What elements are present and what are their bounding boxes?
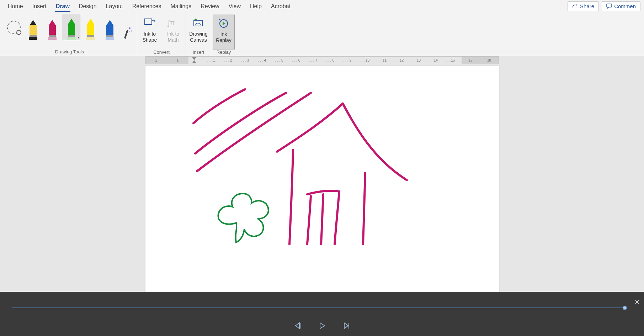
tab-design[interactable]: Design: [75, 1, 101, 11]
tab-draw[interactable]: Draw: [52, 1, 74, 11]
ruler-tick: 12: [393, 58, 410, 62]
ruler-tick: 15: [445, 58, 462, 62]
replay-play-button[interactable]: [318, 322, 326, 330]
ink-to-shape-button[interactable]: Ink to Shape: [139, 15, 161, 49]
svg-point-2: [131, 31, 132, 32]
tab-view[interactable]: View: [224, 1, 245, 11]
ruler-tick: 1: [206, 58, 223, 62]
lasso-icon: [7, 21, 21, 34]
ruler-tick: 7: [308, 58, 325, 62]
drawing-canvas-icon: [192, 17, 204, 29]
play-icon: [318, 322, 326, 330]
pen-tip-icon: [49, 20, 55, 25]
ink-replay-button[interactable]: Ink Replay: [213, 15, 235, 49]
ruler-tick: 17: [469, 58, 473, 62]
ink-replay-bar: ✕: [0, 292, 644, 336]
svg-marker-10: [223, 22, 225, 25]
comment-icon: [606, 3, 612, 9]
horizontal-ruler[interactable]: 2 1 1 2 3 4 5 6 7 8 9 10 11 12 13 14 15 …: [145, 56, 499, 64]
ruler-tick: 14: [427, 58, 445, 62]
ink-replay-icon: [218, 17, 230, 29]
indent-marker-bottom-icon[interactable]: [192, 60, 196, 63]
highlighter-yellow[interactable]: [82, 15, 100, 40]
ruler-tick: 13: [410, 58, 427, 62]
tab-mailings[interactable]: Mailings: [166, 1, 196, 11]
ruler-tick: 5: [274, 58, 291, 62]
svg-marker-13: [320, 323, 325, 329]
step-forward-icon: [342, 322, 350, 330]
svg-marker-14: [344, 323, 348, 329]
ribbon-group-label: Replay: [217, 49, 231, 56]
ruler-tick: 8: [325, 58, 342, 62]
ribbon-group-convert: Ink to Shape ∫π Ink to Math Convert: [137, 13, 186, 56]
ribbon-tabs: Home Insert Draw Design Layout Reference…: [0, 0, 644, 12]
workspace: 2 1 1 2 3 4 5 6 7 8 9 10 11 12 13 14 15 …: [0, 56, 644, 292]
replay-timeline[interactable]: [12, 308, 625, 308]
svg-point-1: [129, 27, 131, 29]
lasso-select-tool[interactable]: [5, 15, 23, 40]
pen-blue[interactable]: [101, 15, 119, 40]
ribbon-group-label: Convert: [153, 49, 170, 56]
replay-back-button[interactable]: [294, 322, 302, 330]
ruler-tick: 2: [155, 58, 158, 62]
step-back-icon: [294, 322, 302, 330]
ribbon: ▾: [0, 12, 644, 56]
svg-rect-0: [607, 4, 612, 7]
comment-button[interactable]: Commen: [602, 1, 640, 11]
ruler-tick: 2: [223, 58, 240, 62]
ink-to-math-button: ∫π Ink to Math: [162, 15, 184, 49]
close-replay-button[interactable]: ✕: [634, 298, 640, 306]
ruler-tick: 1: [177, 58, 179, 62]
svg-rect-4: [145, 19, 152, 25]
action-pen-icon: [122, 25, 133, 40]
ruler-tick: 4: [257, 58, 274, 62]
tab-acrobat[interactable]: Acrobat: [267, 1, 295, 11]
ruler-tick: 6: [291, 58, 308, 62]
pen-tip-icon: [30, 20, 36, 25]
tab-home[interactable]: Home: [4, 1, 27, 11]
document-page[interactable]: [145, 66, 499, 292]
comment-label: Commen: [614, 3, 636, 9]
action-pen[interactable]: [120, 15, 134, 40]
tab-layout[interactable]: Layout: [102, 1, 127, 11]
tab-review[interactable]: Review: [196, 1, 223, 11]
svg-marker-11: [296, 323, 299, 329]
chevron-down-icon[interactable]: ▾: [78, 35, 79, 39]
ruler-tick: 18: [487, 58, 491, 62]
ribbon-group-drawing-tools: ▾: [2, 13, 137, 56]
ink-to-math-icon: ∫π: [167, 17, 179, 29]
ribbon-group-replay: Ink Replay Replay: [211, 13, 236, 56]
drawing-canvas-button[interactable]: Drawing Canvas: [187, 15, 209, 49]
ribbon-group-insert: Drawing Canvas Insert: [186, 13, 211, 56]
ribbon-group-label: Drawing Tools: [55, 49, 84, 56]
ruler-tick: 3: [240, 58, 257, 62]
ribbon-group-label: Insert: [193, 49, 204, 56]
highlighter-green[interactable]: ▾: [63, 15, 80, 40]
share-button[interactable]: Share: [568, 1, 599, 11]
pen-tip-icon: [107, 20, 113, 25]
ink-to-shape-icon: [144, 17, 156, 29]
ruler-tick: 9: [342, 58, 359, 62]
replay-scrubber-handle[interactable]: [623, 306, 627, 310]
ruler-tick: 10: [359, 58, 376, 62]
indent-marker-top-icon[interactable]: [192, 57, 196, 60]
tab-references[interactable]: References: [128, 1, 166, 11]
highlighter-tip-icon: [87, 19, 95, 25]
svg-text:∫π: ∫π: [167, 19, 175, 27]
pen-yellow-black[interactable]: [24, 15, 42, 40]
share-icon: [572, 3, 578, 9]
highlighter-tip-icon: [68, 19, 75, 25]
share-label: Share: [580, 3, 594, 9]
tab-help[interactable]: Help: [246, 1, 266, 11]
replay-controls: [294, 322, 350, 330]
replay-forward-button[interactable]: [342, 322, 350, 330]
pen-magenta[interactable]: [43, 15, 61, 40]
tab-insert[interactable]: Insert: [28, 1, 51, 11]
ink-drawing: [145, 66, 499, 292]
ruler-tick: 11: [376, 58, 393, 62]
svg-point-3: [128, 31, 129, 32]
